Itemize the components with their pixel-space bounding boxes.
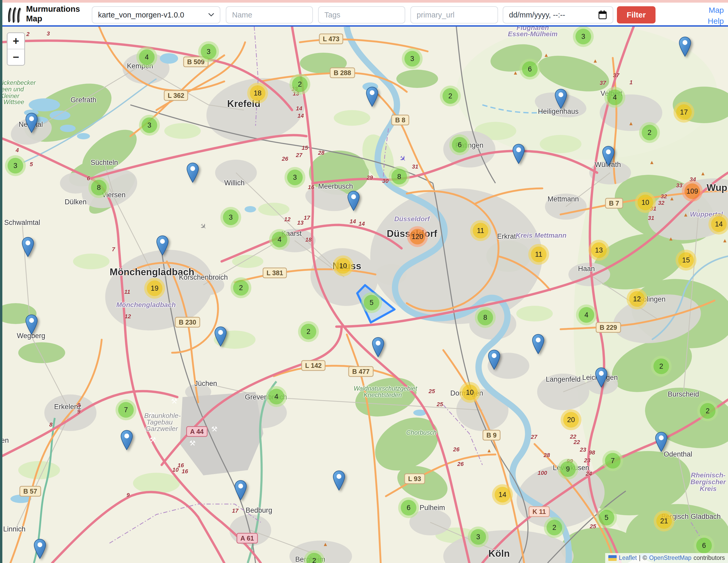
cluster-marker[interactable]: 3 bbox=[573, 27, 594, 47]
road-shield: B 230 bbox=[175, 317, 200, 328]
cluster-marker[interactable]: 8 bbox=[475, 307, 496, 328]
cluster-marker[interactable]: 120 bbox=[407, 226, 428, 247]
cluster-count: 3 bbox=[287, 169, 303, 185]
cluster-marker[interactable]: 6 bbox=[398, 497, 419, 518]
cluster-marker[interactable]: 4 bbox=[576, 305, 597, 325]
cluster-marker[interactable]: 2 bbox=[298, 321, 319, 342]
cluster-marker[interactable]: 3 bbox=[468, 526, 489, 547]
cluster-marker[interactable]: 2 bbox=[651, 356, 672, 377]
cluster-marker[interactable]: 4 bbox=[136, 47, 157, 68]
road-shield: B 229 bbox=[596, 322, 621, 333]
leaflet-link[interactable]: Leaflet bbox=[619, 554, 637, 561]
map-pin[interactable] bbox=[333, 470, 345, 491]
map-pin[interactable] bbox=[602, 146, 615, 166]
cluster-marker[interactable]: 8 bbox=[88, 177, 109, 198]
filter-button[interactable]: Filter bbox=[617, 6, 656, 23]
map-pin[interactable] bbox=[555, 89, 567, 109]
cluster-marker[interactable]: 4 bbox=[604, 87, 625, 108]
cluster-marker[interactable]: 2 bbox=[697, 401, 718, 421]
name-input[interactable] bbox=[226, 6, 313, 23]
map-pin[interactable] bbox=[156, 235, 169, 256]
cluster-marker[interactable]: 10 bbox=[459, 382, 480, 403]
cluster-marker[interactable]: 2 bbox=[289, 74, 310, 95]
nav-map-link[interactable]: Map bbox=[708, 5, 724, 16]
map-pin[interactable] bbox=[366, 87, 378, 107]
map-pin[interactable] bbox=[679, 37, 691, 57]
cluster-marker[interactable]: 3 bbox=[139, 115, 160, 136]
cluster-count: 2 bbox=[292, 76, 308, 92]
cluster-marker[interactable]: 4 bbox=[269, 229, 290, 250]
zoom-out-button[interactable]: − bbox=[8, 49, 24, 65]
cluster-count: 20 bbox=[563, 412, 579, 428]
cluster-marker[interactable]: 6 bbox=[449, 134, 470, 155]
map-pin[interactable] bbox=[655, 432, 668, 452]
zoom-control: + − bbox=[7, 32, 25, 66]
cluster-marker[interactable]: 7 bbox=[116, 400, 136, 420]
cluster-marker[interactable]: 14 bbox=[708, 214, 728, 234]
map-pin[interactable] bbox=[347, 191, 360, 211]
road-shield: L 381 bbox=[263, 268, 287, 278]
cluster-marker[interactable]: 12 bbox=[627, 289, 647, 310]
cluster-count: 3 bbox=[223, 209, 239, 225]
cluster-marker[interactable]: 10 bbox=[333, 255, 354, 276]
cluster-marker[interactable]: 20 bbox=[561, 409, 581, 430]
cluster-count: 14 bbox=[495, 487, 510, 503]
cluster-marker[interactable]: 6 bbox=[519, 59, 540, 80]
primary-url-input[interactable] bbox=[410, 6, 498, 23]
map-canvas[interactable]: KrefeldDüsseldorfMönchengladbachNeussWup… bbox=[0, 27, 728, 563]
cluster-count: 18 bbox=[250, 85, 265, 101]
cluster-marker[interactable]: 11 bbox=[528, 244, 549, 265]
cluster-marker[interactable]: 19 bbox=[144, 278, 165, 299]
cluster-marker[interactable]: 6 bbox=[694, 535, 714, 556]
cluster-marker[interactable]: 109 bbox=[682, 181, 703, 202]
cluster-marker[interactable]: 3 bbox=[402, 48, 423, 69]
map-pin[interactable] bbox=[595, 367, 608, 388]
cluster-count: 9 bbox=[560, 461, 576, 477]
cluster-marker[interactable]: 21 bbox=[654, 511, 675, 531]
map-pin[interactable] bbox=[25, 315, 38, 335]
calendar-icon[interactable] bbox=[598, 10, 607, 20]
map-pin[interactable] bbox=[234, 480, 247, 500]
map-pin[interactable] bbox=[214, 327, 227, 347]
app-title-line1: Murmurations bbox=[26, 4, 80, 14]
map-pin[interactable] bbox=[186, 162, 199, 183]
cluster-marker[interactable]: 9 bbox=[557, 459, 578, 480]
map-pin[interactable] bbox=[372, 337, 384, 358]
cluster-marker[interactable]: 2 bbox=[639, 122, 660, 143]
cluster-marker[interactable]: 3 bbox=[284, 167, 305, 188]
map-pin[interactable] bbox=[488, 350, 500, 370]
schema-select[interactable]: karte_von_morgen-v1.0.0 bbox=[92, 6, 220, 23]
cluster-marker[interactable]: 14 bbox=[492, 484, 513, 505]
map-pin[interactable] bbox=[512, 144, 525, 164]
cluster-marker[interactable]: 10 bbox=[635, 192, 656, 213]
cluster-count: 19 bbox=[147, 280, 162, 296]
cluster-marker[interactable]: 7 bbox=[602, 450, 623, 471]
cluster-marker[interactable]: 3 bbox=[5, 155, 26, 176]
cluster-marker[interactable]: 3 bbox=[220, 207, 241, 228]
cluster-count: 3 bbox=[201, 44, 216, 59]
cluster-marker[interactable]: 5 bbox=[361, 292, 382, 313]
map-pin[interactable] bbox=[25, 113, 38, 133]
cluster-marker[interactable]: 18 bbox=[247, 83, 268, 104]
nav-help-link[interactable]: Help bbox=[708, 16, 724, 27]
cluster-marker[interactable]: 8 bbox=[389, 166, 410, 187]
cluster-marker[interactable]: 17 bbox=[674, 102, 694, 123]
cluster-marker[interactable]: 13 bbox=[589, 240, 609, 260]
map-pin[interactable] bbox=[22, 237, 34, 257]
cluster-marker[interactable]: 5 bbox=[596, 507, 617, 528]
cluster-marker[interactable]: 15 bbox=[676, 250, 696, 270]
map-pin[interactable] bbox=[120, 430, 133, 450]
map-pin[interactable] bbox=[532, 334, 544, 354]
zoom-in-button[interactable]: + bbox=[8, 33, 24, 49]
map-pin[interactable] bbox=[34, 539, 46, 559]
cluster-count: 2 bbox=[306, 553, 322, 563]
cluster-marker[interactable]: 11 bbox=[470, 220, 491, 241]
tags-input[interactable] bbox=[318, 6, 405, 23]
datetime-input[interactable]: dd/mm/yyyy, --:-- bbox=[503, 6, 613, 23]
cluster-marker[interactable]: 4 bbox=[266, 386, 287, 407]
cluster-marker[interactable]: 2 bbox=[544, 517, 565, 538]
osm-link[interactable]: OpenStreetMap bbox=[649, 554, 691, 561]
cluster-marker[interactable]: 2 bbox=[440, 86, 461, 106]
cluster-marker[interactable]: 3 bbox=[198, 41, 219, 62]
cluster-marker[interactable]: 2 bbox=[230, 277, 251, 298]
